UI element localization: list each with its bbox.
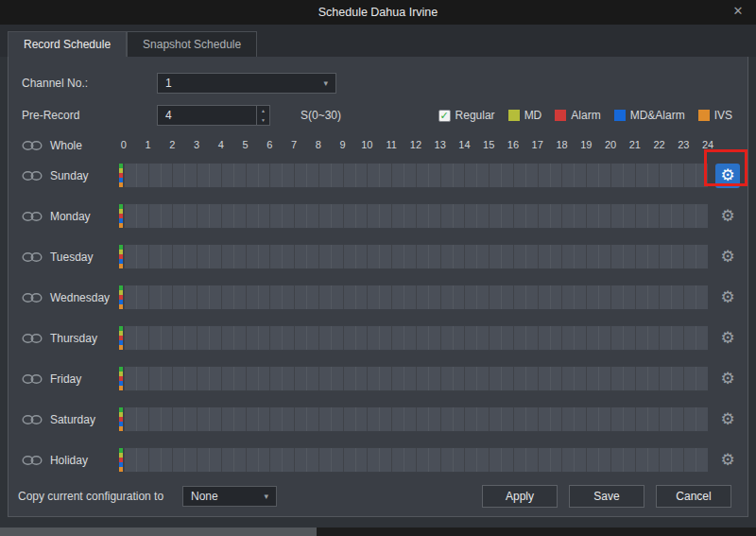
apply-button[interactable]: Apply xyxy=(482,485,558,508)
record-type-strip xyxy=(119,326,123,350)
pre-record-label: Pre-Record xyxy=(22,109,157,122)
schedule-timeline-bar[interactable] xyxy=(124,285,708,310)
day-settings-gear-button[interactable]: ⚙ xyxy=(715,448,740,473)
day-rows: Sunday ⚙ Monday ⚙ xyxy=(9,155,747,480)
pre-record-row: Pre-Record 4 ▲ ▼ S(0~30) ✓RegularMDAlarm… xyxy=(9,102,747,129)
link-day-button[interactable] xyxy=(22,170,50,182)
legend: ✓RegularMDAlarmMD&AlarmIVS xyxy=(438,109,747,122)
day-settings-gear-button[interactable]: ⚙ xyxy=(715,285,740,310)
hour-label: 6 xyxy=(266,139,272,150)
whole-label: Whole xyxy=(50,139,124,152)
link-day-button[interactable] xyxy=(22,455,50,466)
checkbox-checked-icon[interactable]: ✓ xyxy=(438,110,451,122)
schedule-row-tuesday: Tuesday ⚙ xyxy=(9,236,747,277)
day-settings-gear-button[interactable]: ⚙ xyxy=(715,204,740,229)
record-type-strip xyxy=(119,245,123,268)
chevron-down-icon: ▾ xyxy=(264,492,268,501)
day-label: Thursday xyxy=(50,332,124,345)
link-icon xyxy=(22,292,43,303)
gear-icon: ⚙ xyxy=(720,330,734,346)
link-day-button[interactable] xyxy=(22,333,50,344)
hour-label: 23 xyxy=(678,139,689,150)
pre-record-input[interactable]: 4 ▲ ▼ xyxy=(157,105,270,126)
copy-config-label: Copy current configuration to xyxy=(18,490,182,503)
link-icon xyxy=(22,333,43,344)
gear-icon: ⚙ xyxy=(720,289,734,305)
legend-item-mdalarm: MD&Alarm xyxy=(614,109,685,122)
hour-label: 24 xyxy=(702,139,713,150)
hour-label: 21 xyxy=(629,139,641,150)
tab-snapshot-schedule[interactable]: Snapshot Schedule xyxy=(127,31,257,57)
color-swatch-icon xyxy=(508,110,520,121)
link-whole-button[interactable] xyxy=(22,140,50,151)
cancel-button[interactable]: Cancel xyxy=(656,485,731,508)
day-settings-gear-button[interactable]: ⚙ xyxy=(715,407,740,432)
day-label: Friday xyxy=(50,372,124,386)
hour-label: 5 xyxy=(242,139,248,150)
hour-label: 19 xyxy=(580,139,592,150)
hour-label: 14 xyxy=(458,139,470,150)
gear-cell: ⚙ xyxy=(708,407,747,432)
hour-label: 17 xyxy=(532,139,543,150)
schedule-timeline-bar[interactable] xyxy=(124,203,708,229)
record-type-strip xyxy=(119,164,123,187)
gear-cell: ⚙ xyxy=(708,448,747,473)
gear-icon: ⚙ xyxy=(720,249,734,265)
day-settings-gear-button[interactable]: ⚙ xyxy=(715,245,740,269)
hour-label: 0 xyxy=(121,139,127,150)
color-swatch-icon xyxy=(698,110,710,121)
schedule-timeline-bar[interactable] xyxy=(124,325,708,351)
legend-label: Alarm xyxy=(571,109,600,122)
hour-label: 2 xyxy=(169,139,175,150)
link-day-button[interactable] xyxy=(22,292,50,303)
record-type-strip xyxy=(119,367,123,390)
hour-label: 7 xyxy=(291,139,297,150)
schedule-timeline-bar[interactable] xyxy=(124,406,708,432)
hour-label: 13 xyxy=(435,139,446,150)
gear-cell: ⚙ xyxy=(708,164,747,188)
day-label: Wednesday xyxy=(50,291,124,304)
link-icon xyxy=(22,140,43,151)
close-icon[interactable]: ✕ xyxy=(730,4,747,18)
gear-icon: ⚙ xyxy=(720,208,734,224)
tab-record-schedule[interactable]: Record Schedule xyxy=(8,31,127,57)
day-settings-gear-button[interactable]: ⚙ xyxy=(715,367,740,391)
timeline-header: Whole 0123456789101112131415161718192021… xyxy=(9,136,747,155)
spin-up-icon[interactable]: ▲ xyxy=(257,106,269,115)
record-type-strip xyxy=(119,285,123,309)
save-button[interactable]: Save xyxy=(569,485,644,508)
schedule-timeline-bar[interactable] xyxy=(124,163,708,188)
gear-icon: ⚙ xyxy=(720,411,734,427)
link-day-button[interactable] xyxy=(22,414,50,425)
day-settings-gear-button[interactable]: ⚙ xyxy=(715,164,740,188)
gear-cell: ⚙ xyxy=(708,285,747,310)
pre-record-suffix: S(0~30) xyxy=(301,109,341,122)
background-strip xyxy=(0,527,756,536)
link-day-button[interactable] xyxy=(22,211,50,222)
channel-select[interactable]: 1 ▾ xyxy=(157,73,336,94)
link-day-button[interactable] xyxy=(22,251,50,263)
gear-cell: ⚙ xyxy=(708,204,747,229)
hour-label: 1 xyxy=(145,139,150,150)
spin-down-icon[interactable]: ▼ xyxy=(257,115,269,125)
schedule-timeline-bar[interactable] xyxy=(124,447,708,473)
day-label: Holiday xyxy=(50,454,124,467)
hour-label: 3 xyxy=(194,139,199,150)
record-type-strip xyxy=(119,204,123,228)
day-settings-gear-button[interactable]: ⚙ xyxy=(715,326,740,351)
hour-label: 8 xyxy=(316,139,321,150)
gear-cell: ⚙ xyxy=(708,245,747,269)
link-icon xyxy=(22,170,43,182)
gear-icon: ⚙ xyxy=(720,167,734,183)
link-icon xyxy=(22,211,43,222)
copy-config-select[interactable]: None ▾ xyxy=(182,486,277,507)
schedule-timeline-bar[interactable] xyxy=(124,366,708,391)
hour-label: 22 xyxy=(653,139,664,150)
link-icon xyxy=(22,414,43,425)
tab-bar: Record Schedule Snapshot Schedule xyxy=(0,25,756,57)
schedule-timeline-bar[interactable] xyxy=(124,244,708,269)
link-day-button[interactable] xyxy=(22,373,50,385)
link-icon xyxy=(22,373,43,385)
background-strip-light xyxy=(0,527,317,536)
hour-label: 12 xyxy=(410,139,421,150)
